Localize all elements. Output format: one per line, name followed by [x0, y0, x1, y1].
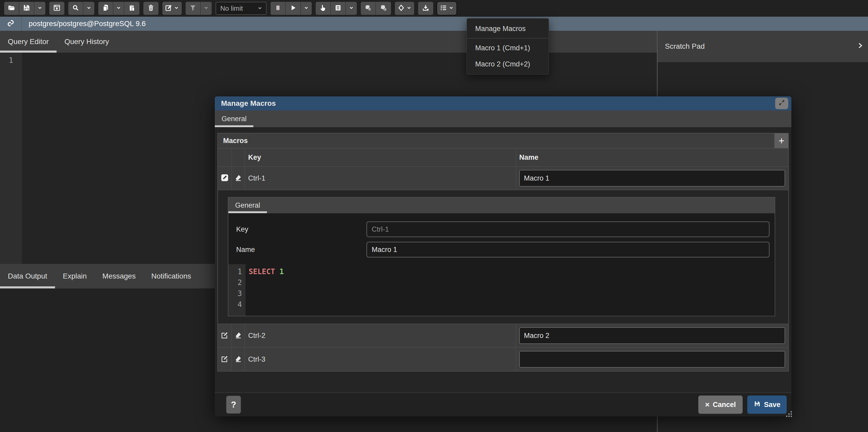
- key-label: Key: [236, 225, 367, 233]
- macros-button[interactable]: [437, 2, 457, 15]
- key-form-row: Key: [228, 220, 775, 239]
- tab-data-output[interactable]: Data Output: [0, 264, 55, 289]
- commit-button[interactable]: [361, 2, 376, 15]
- connection-icon-cell[interactable]: [0, 17, 22, 31]
- menu-item-manage-macros[interactable]: Manage Macros: [467, 21, 549, 37]
- tab-query-history[interactable]: Query History: [57, 31, 117, 53]
- open-file-button[interactable]: [4, 2, 19, 15]
- tab-explain[interactable]: Explain: [55, 264, 95, 289]
- add-macro-button[interactable]: +: [774, 133, 788, 148]
- execute-button[interactable]: [286, 2, 301, 15]
- sql-number: 1: [279, 267, 284, 276]
- execute-options-caret[interactable]: [301, 2, 312, 15]
- line-number: 2: [228, 277, 242, 288]
- dialog-maximize-button[interactable]: [775, 98, 788, 109]
- macro-row-ctrl-2: Ctrl-2: [218, 324, 788, 347]
- detail-tabstrip: General: [228, 198, 775, 214]
- sql-keyword: SELECT: [249, 267, 275, 276]
- macro-name-input-2[interactable]: [519, 327, 785, 344]
- column-header-name: Name: [516, 148, 788, 166]
- edit-row-button[interactable]: [218, 324, 231, 347]
- tab-messages[interactable]: Messages: [95, 264, 144, 289]
- delete-button[interactable]: [143, 2, 158, 15]
- chevron-down-icon: [116, 5, 121, 11]
- chevron-down-icon: [448, 5, 454, 11]
- macros-panel-header: Macros +: [218, 133, 788, 148]
- row-limit-select[interactable]: No limit: [216, 2, 267, 15]
- menu-item-macro-2[interactable]: Macro 2 (Cmd+2): [467, 56, 549, 72]
- macro-row-ctrl-3: Ctrl-3: [218, 347, 788, 371]
- dialog-titlebar[interactable]: Manage Macros: [215, 96, 792, 110]
- connection-status-bar: postgres/postgres@PostgreSQL 9.6: [0, 17, 868, 31]
- edit-row-button[interactable]: [218, 347, 231, 371]
- sort-filter-button[interactable]: [186, 2, 201, 15]
- hand-pointer-icon: [319, 4, 327, 12]
- connection-link-icon: [6, 19, 15, 28]
- chevron-down-icon: [174, 5, 179, 11]
- copy-options-caret[interactable]: [114, 2, 124, 15]
- scratch-pad-title: Scratch Pad: [665, 42, 705, 51]
- editor-gutter: 1: [0, 53, 22, 264]
- edit-menu-button[interactable]: [162, 2, 182, 15]
- find-button[interactable]: [68, 2, 84, 15]
- edit-pencil-square-icon: [221, 331, 228, 340]
- commit-database-icon: [364, 4, 372, 12]
- filter-dialog-button[interactable]: [49, 2, 64, 15]
- macro-detail-expansion: General Key Name: [218, 190, 788, 324]
- clear-row-button[interactable]: [231, 324, 245, 347]
- save-label: Save: [764, 401, 780, 409]
- cancel-button[interactable]: × Cancel: [698, 396, 743, 414]
- copy-button[interactable]: [98, 2, 114, 15]
- eraser-icon: [234, 331, 242, 340]
- macro-name-input-3[interactable]: [519, 351, 785, 368]
- trash-icon: [147, 4, 155, 12]
- line-number: 1: [228, 266, 242, 277]
- rollback-button[interactable]: [376, 2, 391, 15]
- folder-open-icon: [8, 4, 15, 12]
- checklist-icon: [440, 4, 447, 12]
- filter-options-caret[interactable]: [201, 2, 212, 15]
- dialog-tabstrip: General: [215, 110, 792, 128]
- rollback-database-icon: [380, 4, 387, 12]
- query-toolbar: No limit: [0, 0, 868, 17]
- macros-panel: Macros + Key Name Ctr: [217, 133, 789, 371]
- column-header-key: Key: [245, 148, 516, 166]
- paste-button[interactable]: [124, 2, 140, 15]
- dialog-tab-general[interactable]: General: [215, 110, 253, 127]
- clear-row-button[interactable]: [231, 347, 245, 371]
- row-limit-value: No limit: [220, 4, 243, 12]
- line-number: 3: [228, 288, 242, 299]
- tab-notifications[interactable]: Notifications: [143, 264, 199, 289]
- clear-row-button[interactable]: [231, 167, 245, 190]
- save-options-caret[interactable]: [34, 2, 45, 15]
- scratch-pad-collapse-button[interactable]: [855, 41, 865, 52]
- chevron-down-icon: [37, 5, 42, 11]
- tab-query-editor[interactable]: Query Editor: [0, 31, 57, 53]
- chevron-right-icon: [857, 42, 864, 51]
- menu-item-macro-1[interactable]: Macro 1 (Cmd+1): [467, 40, 549, 56]
- header-spacer: [218, 148, 231, 166]
- macro-name-input-1[interactable]: [519, 170, 785, 187]
- chevron-down-icon: [86, 5, 92, 11]
- scratch-pad-header: Scratch Pad: [658, 31, 868, 63]
- name-input[interactable]: [367, 242, 770, 258]
- help-button[interactable]: ?: [226, 396, 241, 413]
- play-icon: [289, 4, 297, 12]
- dialog-footer: ? × Cancel Save: [215, 392, 792, 417]
- macro-sql-editor[interactable]: 1 2 3 4 SELECT 1: [228, 264, 775, 316]
- detail-tab-general[interactable]: General: [228, 198, 267, 213]
- explain-button[interactable]: [316, 2, 331, 15]
- key-input[interactable]: [367, 222, 770, 237]
- download-results-button[interactable]: [418, 2, 433, 15]
- explain-options-caret[interactable]: [346, 2, 357, 15]
- line-number: 1: [9, 56, 13, 65]
- save-button[interactable]: Save: [747, 396, 787, 414]
- find-options-caret[interactable]: [84, 2, 94, 15]
- resize-grip[interactable]: [786, 411, 793, 419]
- cancel-query-button[interactable]: [271, 2, 286, 15]
- explain-settings-button[interactable]: [395, 2, 414, 15]
- edit-row-button-expanded[interactable]: [218, 167, 231, 190]
- save-file-button[interactable]: [19, 2, 34, 15]
- explain-analyze-button[interactable]: [331, 2, 346, 15]
- manage-macros-dialog: Manage Macros General Macros + Key Name: [215, 96, 792, 417]
